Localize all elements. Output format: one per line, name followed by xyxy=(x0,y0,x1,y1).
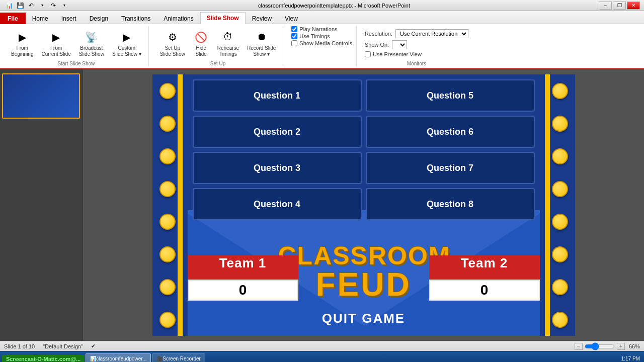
team1-section: Team 1 0 xyxy=(188,255,298,301)
record-slide-show-label: Record SlideShow ▾ xyxy=(247,45,276,57)
quit-game-button[interactable]: QUIT GAME xyxy=(293,311,434,336)
zoom-slider[interactable] xyxy=(585,344,615,348)
set-up-show-label: Set UpSlide Show xyxy=(160,45,185,57)
slides-panel: 1 xyxy=(0,69,83,341)
show-media-controls-check[interactable]: Show Media Controls xyxy=(291,40,352,46)
save-btn[interactable]: 💾 xyxy=(15,1,25,10)
minimize-button[interactable]: – xyxy=(599,2,612,10)
circle-left-4 xyxy=(159,181,176,197)
setup-group-label: Set Up xyxy=(210,61,226,66)
show-media-controls-checkbox[interactable] xyxy=(291,40,297,46)
team2-name-button[interactable]: Team 2 xyxy=(429,255,540,280)
tab-animations[interactable]: Animations xyxy=(157,13,200,24)
border-stripe-right xyxy=(545,74,550,336)
setup-buttons: ⚙ Set UpSlide Show 🚫 HideSlide ⏱ Rehears… xyxy=(157,26,279,60)
play-narrations-check[interactable]: Play Narrations xyxy=(291,26,337,32)
show-on-select[interactable] xyxy=(392,40,407,49)
tab-design[interactable]: Design xyxy=(83,13,115,24)
slide-thumb-wrapper-1: 1 xyxy=(2,73,80,119)
question-6-button[interactable]: Question 6 xyxy=(366,116,535,148)
tab-slideshow[interactable]: Slide Show xyxy=(200,12,246,24)
title-bar: 📊 💾 ↶ ▾ ↷ ▾ classroomfeudpowerpointtempl… xyxy=(0,0,644,11)
custom-slideshow-button[interactable]: ▶ CustomSlide Show ▾ xyxy=(109,28,144,58)
taskbar-start[interactable]: Screencast-O-Matic.com@... xyxy=(2,355,85,363)
use-timings-check[interactable]: Use Timings xyxy=(291,33,330,39)
tab-review[interactable]: Review xyxy=(246,13,278,24)
custom-icon: ▶ xyxy=(119,29,135,45)
tab-home[interactable]: Home xyxy=(26,13,55,24)
play-narrations-label: Play Narrations xyxy=(299,26,337,32)
presenter-view-check[interactable]: Use Presenter View xyxy=(365,51,468,57)
circle-left-8 xyxy=(159,312,176,328)
ribbon-content: ▶ FromBeginning ▶ FromCurrent Slide 📡 Br… xyxy=(0,24,644,69)
window-controls-right: – ❐ ✕ xyxy=(599,2,640,10)
zoom-out-button[interactable]: − xyxy=(575,343,583,350)
record-slide-show-icon: ⏺ xyxy=(254,29,270,45)
undo-dropdown[interactable]: ▾ xyxy=(37,1,47,10)
window-title: classroomfeudpowerpointtemplatepptx - Mi… xyxy=(69,3,599,9)
tab-insert[interactable]: Insert xyxy=(55,13,83,24)
ppt-label: classroomfeudpower... xyxy=(96,356,146,361)
recorder-icon: 🎥 xyxy=(156,356,163,361)
rehearse-timings-label: RehearseTimings xyxy=(217,45,239,57)
tab-file[interactable]: File xyxy=(0,13,26,24)
team1-score: 0 xyxy=(188,280,298,301)
use-timings-checkbox[interactable] xyxy=(291,33,297,39)
taskbar-recorder[interactable]: 🎥 Screen Recorder xyxy=(152,353,205,363)
quick-access-dropdown[interactable]: ▾ xyxy=(59,1,69,10)
ribbon-tabs: File Home Insert Design Transitions Anim… xyxy=(0,11,644,24)
circle-right-3 xyxy=(552,148,568,164)
question-1-button[interactable]: Question 1 xyxy=(193,79,362,112)
ribbon-group-monitors: Resolution: Use Current Resolution Show … xyxy=(361,26,472,66)
play-narrations-checkbox[interactable] xyxy=(291,26,297,32)
question-5-button[interactable]: Question 5 xyxy=(366,79,535,112)
slide-canvas: Question 1 Question 5 Question 2 Questio… xyxy=(83,69,644,341)
circle-left-5 xyxy=(159,214,176,230)
question-4-button[interactable]: Question 4 xyxy=(193,188,362,220)
set-up-show-button[interactable]: ⚙ Set UpSlide Show xyxy=(157,28,188,58)
tab-view[interactable]: View xyxy=(278,13,304,24)
zoom-in-button[interactable]: + xyxy=(617,343,625,350)
circle-right-5 xyxy=(552,214,568,230)
monitors-controls: Resolution: Use Current Resolution Show … xyxy=(365,26,468,60)
from-current-icon: ▶ xyxy=(48,29,64,45)
question-8-button[interactable]: Question 8 xyxy=(366,188,535,220)
question-7-button[interactable]: Question 7 xyxy=(366,152,535,184)
broadcast-icon: 📡 xyxy=(84,29,100,45)
tab-transitions[interactable]: Transitions xyxy=(115,13,157,24)
show-on-label: Show On: xyxy=(365,42,389,48)
border-stripe-left xyxy=(178,74,183,336)
circle-left-7 xyxy=(159,279,176,295)
circle-left-1 xyxy=(159,83,176,99)
slide-info: Slide 1 of 10 xyxy=(4,343,35,349)
theme-info: "Default Design" xyxy=(43,343,83,349)
circle-right-2 xyxy=(552,116,568,132)
zoom-level: 66% xyxy=(629,343,640,349)
presenter-view-checkbox[interactable] xyxy=(365,51,371,57)
from-beginning-button[interactable]: ▶ FromBeginning xyxy=(8,28,36,58)
circle-right-7 xyxy=(552,279,568,295)
record-slide-show-button[interactable]: ⏺ Record SlideShow ▾ xyxy=(244,28,279,58)
resolution-row: Resolution: Use Current Resolution xyxy=(365,29,468,38)
main-layout: 1 xyxy=(0,69,644,341)
close-button[interactable]: ✕ xyxy=(627,2,640,10)
question-3-button[interactable]: Question 3 xyxy=(193,152,362,184)
from-current-slide-button[interactable]: ▶ FromCurrent Slide xyxy=(38,28,73,58)
restore-button[interactable]: ❐ xyxy=(613,2,626,10)
broadcast-button[interactable]: 📡 BroadcastSlide Show xyxy=(76,28,107,58)
circle-right-1 xyxy=(552,83,568,99)
from-current-label: FromCurrent Slide xyxy=(41,45,70,57)
question-grid: Question 1 Question 5 Question 2 Questio… xyxy=(188,79,540,220)
rehearse-timings-button[interactable]: ⏱ RehearseTimings xyxy=(214,28,242,58)
question-2-button[interactable]: Question 2 xyxy=(193,116,362,148)
resolution-select[interactable]: Use Current Resolution xyxy=(395,29,468,38)
teams-row: Team 1 0 Team 2 0 xyxy=(188,255,540,301)
team1-name-button[interactable]: Team 1 xyxy=(188,255,298,280)
taskbar-ppt[interactable]: 📊 classroomfeudpower... xyxy=(86,353,151,363)
undo-btn[interactable]: ↶ xyxy=(26,1,36,10)
taskbar: Screencast-O-Matic.com@... 📊 classroomfe… xyxy=(0,351,644,362)
check-mark: ✔ xyxy=(91,343,96,349)
redo-btn[interactable]: ↷ xyxy=(48,1,58,10)
slide-thumb-1[interactable] xyxy=(2,73,80,119)
hide-slide-button[interactable]: 🚫 HideSlide xyxy=(190,28,212,58)
